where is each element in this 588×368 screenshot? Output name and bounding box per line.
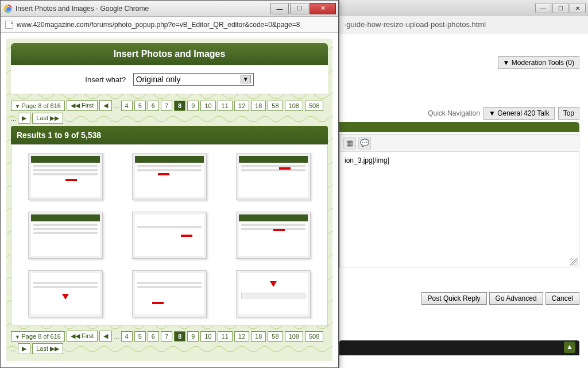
bg-content-area: ▼ Moderation Tools (0) Quick Navigation … bbox=[339, 33, 588, 368]
editor-tool-icon[interactable]: ▦ bbox=[343, 137, 356, 150]
bg-address-bar[interactable]: -guide-how-resize-upload-post-photos.htm… bbox=[339, 16, 588, 33]
insert-what-label: Insert what? bbox=[85, 75, 126, 84]
bg-close-button[interactable]: ✕ bbox=[570, 3, 586, 13]
cancel-button[interactable]: Cancel bbox=[546, 292, 579, 305]
chrome-icon bbox=[4, 5, 12, 13]
popup-inner: Insert Photos and Images Insert what? Or… bbox=[6, 39, 332, 361]
reply-textarea[interactable]: ion_3.jpg[/img] bbox=[340, 152, 579, 267]
moderation-tools-label: Moderation Tools (0) bbox=[512, 59, 574, 67]
thumbnail-7[interactable] bbox=[28, 270, 103, 317]
page-18-button[interactable]: 18 bbox=[251, 101, 266, 111]
popup-maximize-button[interactable]: ☐ bbox=[290, 3, 308, 14]
page-10-button[interactable]: 10 bbox=[200, 331, 215, 342]
top-button[interactable]: Top bbox=[558, 107, 579, 120]
prev-page-button[interactable]: ◀ bbox=[99, 100, 112, 111]
insert-what-row: Insert what? Original only bbox=[11, 65, 328, 94]
pagination-top: Page 8 of 616◀◀ First◀...456789101112185… bbox=[11, 99, 328, 126]
bg-maximize-button[interactable]: ☐ bbox=[552, 3, 568, 13]
page-108-button[interactable]: 108 bbox=[285, 101, 303, 111]
results-bar: Results 1 to 9 of 5,538 bbox=[11, 126, 328, 144]
resize-handle-icon[interactable] bbox=[570, 258, 578, 266]
page-8-button[interactable]: 8 bbox=[174, 331, 185, 342]
page-ellipsis: ... bbox=[114, 102, 119, 109]
close-button-row: Close this window bbox=[6, 361, 332, 367]
thumbnail-3[interactable] bbox=[236, 153, 311, 200]
insert-what-select[interactable]: Original only bbox=[133, 73, 254, 86]
page-11-button[interactable]: 11 bbox=[218, 331, 233, 342]
first-page-button[interactable]: ◀◀ First bbox=[67, 100, 98, 111]
insert-header: Insert Photos and Images bbox=[11, 43, 328, 65]
popup-minimize-button[interactable]: — bbox=[270, 3, 289, 14]
background-browser-window: — ☐ ✕ -guide-how-resize-upload-post-phot… bbox=[339, 0, 588, 368]
page-12-button[interactable]: 12 bbox=[234, 331, 249, 342]
page-icon bbox=[5, 21, 13, 29]
page-5-button[interactable]: 5 bbox=[134, 101, 146, 111]
page-ellipsis: ... bbox=[11, 346, 16, 352]
post-quick-reply-button[interactable]: Post Quick Reply bbox=[421, 292, 487, 305]
page-6-button[interactable]: 6 bbox=[148, 101, 159, 111]
popup-url-text: www.420magazine.com/forums/photo_popup.p… bbox=[17, 21, 300, 29]
pagination-bottom: Page 8 of 616◀◀ First◀...456789101112185… bbox=[11, 329, 328, 356]
page-10-button[interactable]: 10 bbox=[200, 101, 215, 111]
thumbnail-1[interactable] bbox=[28, 153, 103, 200]
thumbnail-grid bbox=[11, 144, 328, 326]
first-page-button[interactable]: ◀◀ First bbox=[67, 331, 98, 342]
editor-toolbar: ▦ 💬 bbox=[340, 135, 579, 152]
popup-title: Insert Photos and Images - Google Chrome bbox=[16, 5, 270, 13]
go-advanced-button[interactable]: Go Advanced bbox=[489, 292, 543, 305]
thumbnail-8[interactable] bbox=[132, 270, 207, 317]
page-7-button[interactable]: 7 bbox=[161, 331, 172, 342]
popup-window-controls: — ☐ ✕ bbox=[270, 3, 336, 14]
page-4-button[interactable]: 4 bbox=[121, 331, 133, 342]
page-12-button[interactable]: 12 bbox=[234, 101, 249, 111]
moderation-tools-dropdown[interactable]: ▼ Moderation Tools (0) bbox=[498, 56, 579, 69]
page-508-button[interactable]: 508 bbox=[305, 101, 323, 111]
page-58-button[interactable]: 58 bbox=[268, 101, 283, 111]
thumbnail-2[interactable] bbox=[132, 153, 207, 200]
page-18-button[interactable]: 18 bbox=[251, 331, 266, 342]
thumbnail-9[interactable] bbox=[236, 270, 311, 317]
page-508-button[interactable]: 508 bbox=[305, 331, 323, 342]
page-58-button[interactable]: 58 bbox=[268, 331, 283, 342]
popup-address-bar[interactable]: www.420magazine.com/forums/photo_popup.p… bbox=[1, 17, 338, 33]
scroll-top-icon[interactable]: ▲ bbox=[564, 342, 575, 353]
page-11-button[interactable]: 11 bbox=[218, 101, 233, 111]
quick-navigation-row: Quick Navigation ▼ General 420 Talk Top bbox=[428, 107, 579, 120]
popup-body: Insert Photos and Images Insert what? Or… bbox=[1, 33, 338, 367]
last-page-button[interactable]: Last ▶▶ bbox=[32, 113, 63, 124]
prev-page-button[interactable]: ◀ bbox=[99, 331, 112, 342]
page-ellipsis: ... bbox=[114, 333, 119, 340]
footer-bar bbox=[339, 340, 579, 355]
editor-quote-icon[interactable]: 💬 bbox=[358, 137, 371, 150]
quick-nav-section-dropdown[interactable]: ▼ General 420 Talk bbox=[483, 107, 555, 120]
page-summary-dropdown[interactable]: Page 8 of 616 bbox=[11, 331, 65, 342]
page-7-button[interactable]: 7 bbox=[161, 101, 172, 111]
page-4-button[interactable]: 4 bbox=[121, 101, 133, 111]
reply-buttons-row: Post Quick Reply Go Advanced Cancel bbox=[421, 292, 579, 305]
thumbnail-6[interactable] bbox=[236, 212, 311, 259]
page-108-button[interactable]: 108 bbox=[285, 331, 303, 342]
page-9-button[interactable]: 9 bbox=[187, 331, 199, 342]
next-page-button[interactable]: ▶ bbox=[18, 343, 30, 354]
page-summary-dropdown[interactable]: Page 8 of 616 bbox=[11, 101, 65, 111]
page-5-button[interactable]: 5 bbox=[134, 331, 146, 342]
page-8-button[interactable]: 8 bbox=[174, 101, 185, 111]
popup-window: Insert Photos and Images - Google Chrome… bbox=[0, 0, 339, 368]
page-9-button[interactable]: 9 bbox=[187, 101, 199, 111]
thumbnail-4[interactable] bbox=[28, 212, 103, 259]
quick-nav-label: Quick Navigation bbox=[428, 109, 480, 117]
last-page-button[interactable]: Last ▶▶ bbox=[32, 343, 63, 354]
quick-reply-box: ▦ 💬 ion_3.jpg[/img] bbox=[339, 134, 579, 267]
page-6-button[interactable]: 6 bbox=[148, 331, 159, 342]
page-ellipsis: ... bbox=[11, 115, 16, 122]
reply-header-bar bbox=[339, 122, 579, 132]
quick-nav-section-label: General 420 Talk bbox=[497, 109, 550, 117]
bg-titlebar: — ☐ ✕ bbox=[339, 0, 588, 16]
popup-titlebar[interactable]: Insert Photos and Images - Google Chrome… bbox=[1, 1, 338, 17]
thumbnail-5[interactable] bbox=[132, 212, 207, 259]
bg-minimize-button[interactable]: — bbox=[535, 3, 551, 13]
next-page-button[interactable]: ▶ bbox=[18, 113, 30, 124]
popup-close-button[interactable]: ✕ bbox=[310, 3, 336, 14]
